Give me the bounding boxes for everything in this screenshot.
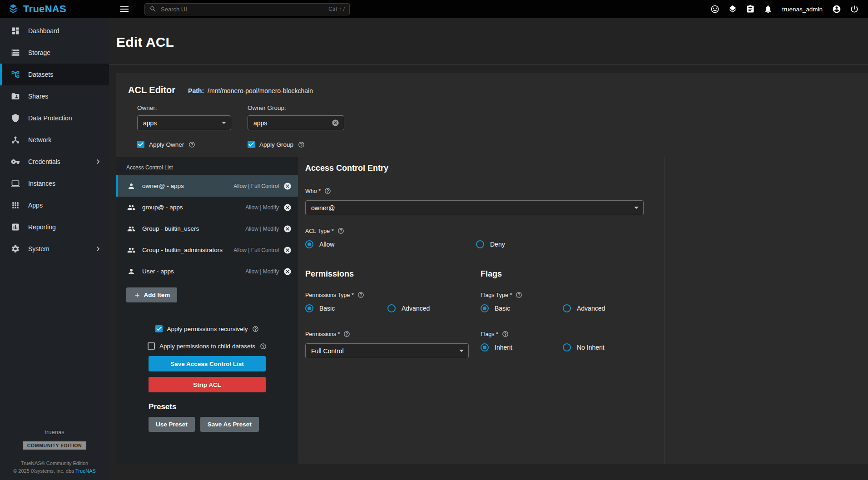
- flags-label: Flags *: [481, 331, 498, 337]
- search-input[interactable]: [161, 6, 324, 13]
- remove-entry-icon[interactable]: [283, 203, 292, 212]
- help-icon[interactable]: [343, 331, 350, 337]
- apply-recursively-checkbox[interactable]: [155, 325, 163, 332]
- remove-entry-icon[interactable]: [283, 267, 292, 276]
- sidebar-item-label: System: [28, 245, 50, 252]
- acl-type-label-row: ACL Type *: [305, 228, 664, 234]
- acl-entry-name: User - apps: [142, 268, 174, 275]
- path-value: /mnt/monero-pool/monero-blockchain: [208, 87, 313, 94]
- owner-group-value: apps: [253, 119, 267, 127]
- group-icon: [127, 203, 135, 212]
- radio-flags-advanced[interactable]: Advanced: [563, 304, 645, 312]
- access-control-entry-panel: Access Control Entry Who * owner@ ACL Ty…: [298, 157, 665, 464]
- acl-editor-card: ACL Editor Path: /mnt/monero-pool/monero…: [116, 73, 868, 464]
- help-icon[interactable]: [252, 326, 259, 332]
- strip-acl-button[interactable]: Strip ACL: [149, 377, 266, 392]
- dashboard-icon: [11, 26, 20, 35]
- user-avatar-icon[interactable]: [832, 5, 841, 14]
- jobs-clipboard-icon[interactable]: [746, 5, 755, 14]
- save-as-preset-button[interactable]: Save As Preset: [200, 417, 259, 432]
- sidebar-item-datasets[interactable]: Datasets: [0, 64, 109, 85]
- sidebar-item-reporting[interactable]: Reporting: [0, 216, 109, 238]
- network-hub-icon: [11, 135, 20, 144]
- sidebar-item-network[interactable]: Network: [0, 129, 109, 151]
- acl-entry-user-apps[interactable]: User - apps Allow | Modify: [116, 261, 298, 282]
- hostname: truenas: [0, 429, 109, 435]
- acl-entry-owner[interactable]: owner@ - apps Allow | Full Control: [116, 175, 298, 197]
- owner-group-column: Owner Group: apps Apply Group: [248, 104, 344, 148]
- help-icon[interactable]: [324, 188, 331, 194]
- help-icon[interactable]: [188, 141, 195, 148]
- radio-button-icon: [563, 304, 571, 312]
- who-select[interactable]: owner@: [305, 200, 644, 215]
- add-item-button[interactable]: Add Item: [126, 287, 177, 302]
- sidebar-item-apps[interactable]: Apps: [0, 194, 109, 216]
- apply-owner-checkbox[interactable]: [137, 141, 144, 148]
- sidebar-item-label: Data Protection: [28, 114, 72, 122]
- owner-select-value: apps: [143, 119, 157, 127]
- help-icon[interactable]: [357, 292, 364, 298]
- radio-flags-basic[interactable]: Basic: [481, 304, 563, 312]
- flags-type-label: Flags Type *: [481, 292, 512, 298]
- flags-label-row: Flags *: [481, 331, 656, 337]
- sidebar-item-credentials[interactable]: Credentials: [0, 151, 109, 173]
- sidebar-item-shares[interactable]: Shares: [0, 85, 109, 107]
- remove-entry-icon[interactable]: [283, 225, 292, 233]
- hamburger-icon: [119, 4, 130, 15]
- updates-layers-icon[interactable]: [728, 5, 737, 14]
- radio-permissions-advanced[interactable]: Advanced: [387, 304, 470, 312]
- menu-toggle-button[interactable]: [119, 4, 130, 15]
- who-label-row: Who *: [305, 188, 664, 194]
- radio-inherit-label: Inherit: [495, 344, 512, 351]
- apply-group-label: Apply Group: [259, 141, 293, 148]
- app-root: TrueNAS Ctrl + / truenas_admi: [0, 0, 868, 480]
- acl-entry-builtin-users[interactable]: Group - builtin_users Allow | Modify: [116, 218, 298, 239]
- permissions-select[interactable]: Full Control: [305, 343, 469, 358]
- save-acl-button[interactable]: Save Access Control List: [149, 356, 266, 371]
- flags-type-radio-group: Basic Advanced: [481, 304, 656, 312]
- chevron-right-icon: [94, 157, 103, 166]
- bar-chart-icon: [11, 223, 20, 232]
- sidebar-item-storage[interactable]: Storage: [0, 42, 109, 64]
- apply-group-checkbox[interactable]: [248, 141, 255, 148]
- sidebar-item-data-protection[interactable]: Data Protection: [0, 107, 109, 129]
- help-icon[interactable]: [298, 141, 305, 148]
- sidebar-item-label: Apps: [28, 202, 43, 209]
- truenas-logo-icon: [7, 3, 19, 15]
- sidebar-item-dashboard[interactable]: Dashboard: [0, 20, 109, 42]
- help-icon[interactable]: [337, 228, 344, 234]
- power-icon[interactable]: [850, 5, 859, 14]
- owner-group-input[interactable]: apps: [248, 115, 344, 130]
- remove-entry-icon[interactable]: [283, 246, 292, 254]
- sidebar-item-system[interactable]: System: [0, 238, 109, 260]
- acl-entry-group[interactable]: group@ - apps Allow | Modify: [116, 197, 298, 218]
- radio-inherit[interactable]: Inherit: [481, 343, 563, 351]
- radio-allow-label: Allow: [319, 241, 334, 248]
- use-preset-button[interactable]: Use Preset: [149, 417, 195, 432]
- owner-select[interactable]: apps: [137, 115, 231, 130]
- acl-type-label: ACL Type *: [305, 228, 334, 234]
- radio-no-inherit[interactable]: No Inherit: [563, 343, 645, 351]
- add-item-label: Add Item: [144, 292, 170, 298]
- sidebar-item-instances[interactable]: Instances: [0, 173, 109, 194]
- help-icon[interactable]: [260, 343, 267, 350]
- help-icon[interactable]: [516, 292, 522, 298]
- remove-entry-icon[interactable]: [283, 182, 292, 190]
- radio-button-icon: [481, 304, 489, 312]
- chevron-down-icon: [634, 207, 639, 209]
- footer-brand-link[interactable]: TrueNAS: [75, 468, 96, 474]
- radio-permissions-basic[interactable]: Basic: [305, 304, 387, 312]
- global-search[interactable]: Ctrl + /: [144, 3, 350, 15]
- radio-deny[interactable]: Deny: [476, 240, 647, 248]
- feedback-smiley-icon[interactable]: [710, 5, 719, 14]
- acl-entry-builtin-administrators[interactable]: Group - builtin_administrators Allow | F…: [116, 239, 298, 261]
- notifications-bell-icon[interactable]: [764, 5, 773, 14]
- clear-input-icon[interactable]: [332, 119, 339, 127]
- sidebar-footer: truenas COMMUNITY EDITION TrueNAS® Commu…: [0, 429, 109, 480]
- radio-allow[interactable]: Allow: [305, 240, 476, 248]
- apply-child-datasets-checkbox[interactable]: [148, 342, 155, 350]
- help-icon[interactable]: [502, 331, 509, 337]
- access-control-list-panel: Access Control List owner@ - apps Allow …: [116, 157, 298, 464]
- apply-child-datasets-label: Apply permissions to child datasets: [159, 343, 255, 350]
- radio-button-icon: [481, 343, 489, 351]
